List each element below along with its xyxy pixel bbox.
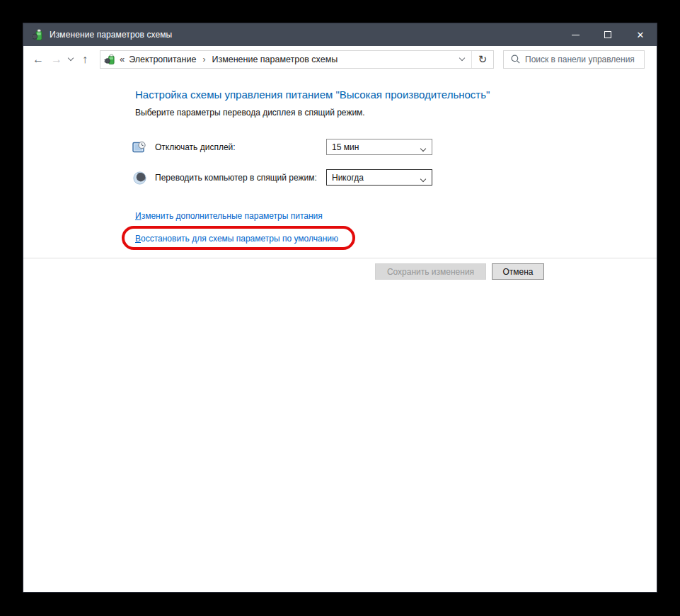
advanced-power-settings-link[interactable]: Изменить дополнительные параметры питани… [135,211,323,221]
breadcrumb-collapse-icon[interactable]: « [120,54,125,64]
navigation-bar: ← → ↑ « Электропитание › Изменение парам… [23,46,657,72]
maximize-icon [604,31,611,38]
maximize-button[interactable] [592,23,624,46]
cancel-button[interactable]: Отмена [492,263,544,280]
breadcrumb-item-edit-plan[interactable]: Изменение параметров схемы [212,55,338,64]
page-subtitle: Выберите параметры перевода дисплея в сп… [135,108,365,118]
restore-defaults-link[interactable]: Восстановить для схемы параметры по умол… [135,234,338,244]
search-box[interactable] [503,50,645,69]
display-timeout-value: 15 мин [332,142,421,152]
minimize-icon [572,35,580,35]
address-dropdown-button[interactable] [452,51,472,68]
chevron-down-icon [421,141,425,154]
chevron-down-icon [68,55,74,61]
display-timeout-select[interactable]: 15 мин [326,139,432,155]
recent-pages-dropdown[interactable] [66,58,76,60]
page-title: Настройка схемы управления питанием "Выс… [135,89,490,101]
titlebar: Изменение параметров схемы ✕ [23,23,657,46]
window-title: Изменение параметров схемы [50,30,172,40]
main-content: Настройка схемы управления питанием "Выс… [23,72,657,592]
sleep-setting-label: Переводить компьютер в спящий режим: [155,173,317,183]
minimize-button[interactable] [559,23,592,46]
power-plan-icon [31,29,43,41]
setting-row-sleep: Переводить компьютер в спящий режим: [132,169,317,186]
refresh-button[interactable]: ↻ [472,51,493,68]
breadcrumb-separator-icon: › [202,55,205,64]
search-icon [511,55,520,64]
chevron-down-icon [459,55,464,61]
back-button[interactable]: ← [29,53,47,66]
address-bar[interactable]: « Электропитание › Изменение параметров … [100,50,494,69]
search-input[interactable] [525,55,644,64]
edit-plan-settings-window: Изменение параметров схемы ✕ ← → ↑ « Эле… [23,23,657,593]
sleep-timeout-value: Никогда [332,173,421,183]
power-options-icon [104,54,115,65]
divider [23,258,657,258]
setting-row-display: Отключать дисплей: [132,139,236,156]
chevron-down-icon [421,171,425,184]
close-button[interactable]: ✕ [624,23,657,46]
sleep-icon [132,171,147,186]
save-changes-button: Сохранить изменения [375,263,486,280]
sleep-timeout-select[interactable]: Никогда [326,169,432,186]
up-button[interactable]: ↑ [76,53,94,66]
close-icon: ✕ [637,30,645,40]
display-timeout-icon [132,140,147,155]
breadcrumb-item-power-options[interactable]: Электропитание [129,55,196,64]
display-setting-label: Отключать дисплей: [155,142,236,152]
forward-button: → [47,53,66,66]
